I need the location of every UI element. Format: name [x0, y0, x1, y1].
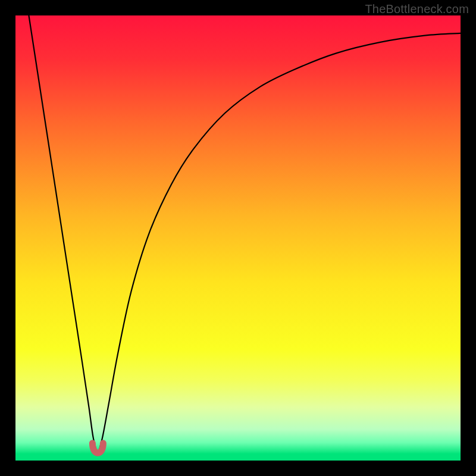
watermark-text: TheBottleneck.com	[365, 2, 469, 16]
plot-frame	[15, 15, 461, 461]
bottleneck-curve	[15, 15, 461, 461]
